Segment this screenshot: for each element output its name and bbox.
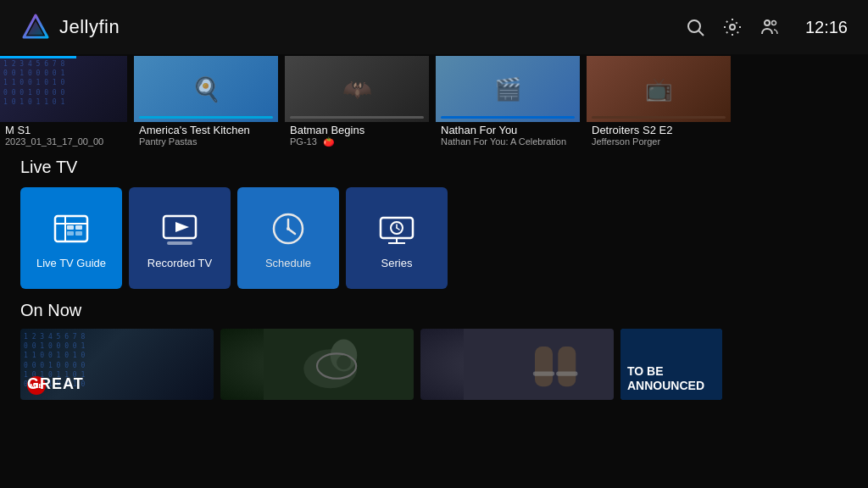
svg-marker-15 bbox=[175, 222, 189, 232]
svg-rect-12 bbox=[67, 231, 74, 236]
svg-rect-35 bbox=[533, 371, 554, 375]
on-now-section: On Now 1 2 3 4 5 6 7 8 0 0 1 0 0 0 0 1 1… bbox=[0, 289, 868, 400]
continue-item-5[interactable]: 📺 Detroiters S2 E2 Jefferson Porger bbox=[587, 56, 731, 147]
svg-point-4 bbox=[730, 25, 735, 30]
svg-point-31 bbox=[337, 356, 351, 370]
live-tv-guide-icon bbox=[50, 208, 92, 250]
series-label: Series bbox=[381, 257, 413, 269]
thumb-bg-numbers: 1 2 3 4 5 6 7 8 0 0 1 0 0 0 0 1 1 1 0 0 … bbox=[0, 56, 127, 122]
svg-rect-13 bbox=[75, 231, 82, 236]
schedule-icon bbox=[267, 208, 309, 250]
continue-items-container: 1 2 3 4 5 6 7 8 0 0 1 0 0 0 0 1 1 1 0 0 … bbox=[0, 56, 868, 147]
header-controls: 12:16 bbox=[685, 17, 848, 37]
recorded-tv-label: Recorded TV bbox=[147, 257, 212, 269]
series-tile[interactable]: Series bbox=[346, 187, 448, 289]
app-name: Jellyfin bbox=[59, 16, 120, 38]
continue-item-5-info: Detroiters S2 E2 Jefferson Porger bbox=[587, 122, 731, 147]
continue-item-1[interactable]: 1 2 3 4 5 6 7 8 0 0 1 0 0 0 0 1 1 1 0 0 … bbox=[0, 56, 127, 147]
on-now-header: On Now bbox=[20, 301, 848, 320]
hands-image bbox=[420, 329, 614, 400]
onnow-item-2[interactable] bbox=[220, 329, 414, 400]
series-icon bbox=[376, 208, 418, 250]
live-tv-guide-label: Live TV Guide bbox=[36, 257, 106, 269]
live-tv-guide-tile[interactable]: Live TV Guide bbox=[20, 187, 122, 289]
jellyfin-logo-icon bbox=[20, 12, 51, 42]
svg-rect-33 bbox=[535, 347, 553, 386]
live-tv-grid: Live TV Guide Recorded TV Schedule bbox=[0, 187, 868, 289]
continue-item-3-info: Batman Begins PG-13 🍅 bbox=[285, 122, 429, 147]
header: Jellyfin 12:16 bbox=[0, 0, 868, 54]
search-icon[interactable] bbox=[685, 17, 705, 37]
schedule-tile[interactable]: Schedule bbox=[237, 187, 339, 289]
recorded-tv-tile[interactable]: Recorded TV bbox=[129, 187, 231, 289]
svg-line-3 bbox=[699, 31, 704, 36]
continue-item-4-subtitle: Nathan For You: A Celebration bbox=[441, 136, 575, 147]
onnow-item-4[interactable]: TO BEANNOUNCED bbox=[620, 329, 722, 400]
continue-item-5-subtitle: Jefferson Porger bbox=[592, 136, 726, 147]
svg-line-26 bbox=[397, 228, 399, 230]
great-text: GREAT bbox=[27, 375, 84, 393]
continue-item-4-title: Nathan For You bbox=[441, 124, 575, 136]
svg-point-6 bbox=[772, 21, 776, 25]
dog-image bbox=[220, 329, 414, 400]
schedule-label: Schedule bbox=[265, 257, 311, 269]
svg-point-20 bbox=[287, 227, 290, 230]
svg-rect-10 bbox=[67, 225, 74, 230]
rating-text: PG-13 bbox=[290, 136, 317, 147]
continue-item-3-rating: PG-13 🍅 bbox=[290, 136, 424, 147]
on-now-items: 1 2 3 4 5 6 7 8 0 0 1 0 0 0 0 1 1 1 0 0 … bbox=[20, 329, 848, 400]
settings-icon[interactable] bbox=[722, 17, 743, 37]
continue-item-2-info: America's Test Kitchen Pantry Pastas bbox=[134, 122, 278, 147]
svg-rect-34 bbox=[558, 347, 576, 386]
svg-point-5 bbox=[765, 20, 770, 25]
onnow-item-3[interactable] bbox=[420, 329, 614, 400]
continue-item-5-title: Detroiters S2 E2 bbox=[592, 124, 726, 136]
continue-watching-row: 1 2 3 4 5 6 7 8 0 0 1 0 0 0 0 1 1 1 0 0 … bbox=[0, 54, 868, 147]
continue-item-1-info: M S1 2023_01_31_17_00_00 bbox=[0, 122, 127, 147]
svg-point-2 bbox=[688, 20, 700, 32]
clock: 12:16 bbox=[797, 18, 848, 37]
recorded-tv-icon bbox=[159, 208, 201, 250]
tba-overlay: TO BEANNOUNCED bbox=[620, 329, 722, 400]
continue-item-1-meta: 2023_01_31_17_00_00 bbox=[5, 136, 122, 147]
users-icon[interactable] bbox=[760, 17, 780, 37]
continue-item-3[interactable]: 🦇 Batman Begins PG-13 🍅 bbox=[285, 56, 429, 147]
continue-item-2-subtitle: Pantry Pastas bbox=[139, 136, 273, 147]
onnow-item-1[interactable]: 1 2 3 4 5 6 7 8 0 0 1 0 0 0 0 1 1 1 0 0 … bbox=[20, 329, 214, 400]
tomato-icon: 🍅 bbox=[323, 136, 335, 147]
tba-text: TO BEANNOUNCED bbox=[627, 364, 704, 393]
continue-item-3-title: Batman Begins bbox=[290, 124, 424, 136]
continue-item-1-title: M S1 bbox=[5, 124, 122, 136]
continue-item-2[interactable]: 🍳 America's Test Kitchen Pantry Pastas bbox=[134, 56, 278, 147]
svg-rect-16 bbox=[167, 241, 192, 245]
live-tv-header: Live TV bbox=[0, 147, 868, 184]
live-tv-section: Live TV Live TV Guide Recorded TV bbox=[0, 147, 868, 289]
svg-rect-11 bbox=[75, 225, 82, 230]
continue-item-4-info: Nathan For You Nathan For You: A Celebra… bbox=[436, 122, 580, 147]
svg-rect-36 bbox=[556, 371, 577, 375]
continue-item-2-title: America's Test Kitchen bbox=[139, 124, 273, 136]
logo-area: Jellyfin bbox=[20, 12, 120, 42]
continue-item-4[interactable]: 🎬 Nathan For You Nathan For You: A Celeb… bbox=[436, 56, 580, 147]
